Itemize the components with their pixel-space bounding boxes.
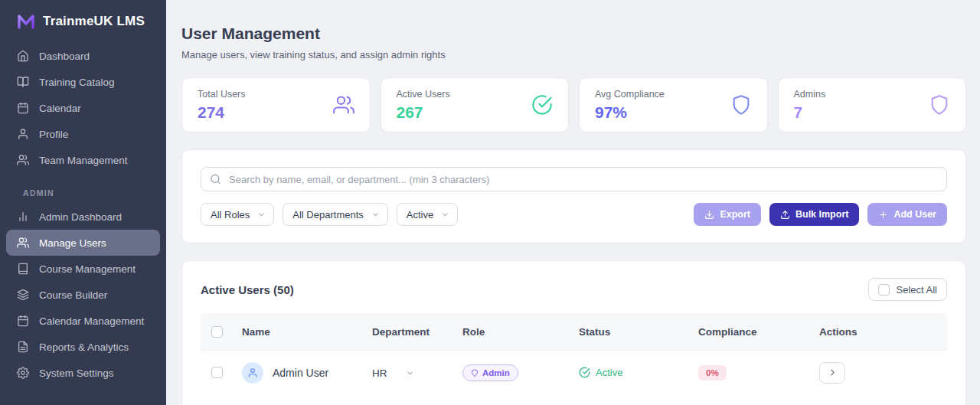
departments-filter[interactable]: All Departments	[283, 203, 387, 226]
roles-filter[interactable]: All Roles	[201, 203, 274, 226]
users-icon	[333, 94, 354, 116]
add-user-button-label: Add User	[893, 209, 936, 220]
sidebar: TrainmeUK LMS Dashboard Training Catalog…	[0, 0, 166, 405]
search-input[interactable]	[201, 167, 947, 191]
sidebar-item-course-builder[interactable]: Course Builder	[6, 282, 160, 308]
table-column-headers: Name Department Role Status Compliance A…	[201, 313, 947, 350]
sidebar-item-label: Reports & Analytics	[39, 341, 129, 353]
column-header-actions: Actions	[819, 326, 947, 338]
bulk-import-button[interactable]: Bulk Import	[769, 203, 859, 226]
sidebar-nav: Dashboard Training Catalog Calendar Prof…	[0, 40, 166, 386]
home-icon	[17, 50, 29, 62]
chevron-down-icon	[257, 211, 266, 219]
sidebar-item-reports-analytics[interactable]: Reports & Analytics	[6, 334, 160, 360]
users-icon	[17, 154, 29, 166]
stat-value: 267	[397, 103, 450, 122]
plus-icon	[878, 210, 888, 220]
stat-value: 7	[794, 103, 826, 122]
export-button[interactable]: Export	[694, 203, 761, 226]
stat-card-avg-compliance: Avg Compliance 97%	[579, 77, 768, 132]
table-header-bar: Active Users (50) Select All	[201, 278, 947, 301]
calendar-icon	[17, 102, 29, 114]
status-filter[interactable]: Active	[397, 203, 458, 226]
select-all-label: Select All	[897, 284, 937, 296]
sidebar-item-calendar-management[interactable]: Calendar Management	[6, 308, 160, 334]
shield-icon	[929, 94, 950, 116]
sidebar-item-calendar[interactable]: Calendar	[6, 95, 160, 121]
stat-label: Avg Compliance	[595, 89, 665, 100]
sidebar-item-training-catalog[interactable]: Training Catalog	[6, 69, 160, 95]
main-content: User Management Manage users, view train…	[166, 0, 980, 405]
sidebar-item-label: Admin Dashboard	[39, 211, 122, 223]
sidebar-item-manage-users[interactable]: Manage Users	[6, 230, 160, 256]
user-name-cell: Admin User	[242, 362, 372, 384]
add-user-button[interactable]: Add User	[867, 203, 947, 226]
column-header-role: Role	[462, 326, 579, 338]
stat-label: Total Users	[198, 89, 246, 100]
status-filter-value: Active	[407, 209, 433, 220]
stat-value: 274	[198, 103, 246, 122]
row-actions-button[interactable]	[819, 362, 845, 384]
bar-chart-icon	[17, 211, 29, 223]
filter-row: All Roles All Departments Active Export …	[201, 203, 947, 226]
table-row: Admin User HR Admin Active 0%	[201, 350, 947, 394]
row-checkbox[interactable]	[211, 367, 223, 378]
check-circle-icon	[579, 367, 590, 378]
role-badge: Admin	[462, 364, 518, 381]
page-title: User Management	[181, 24, 966, 43]
sidebar-item-course-management[interactable]: Course Management	[6, 256, 160, 282]
stat-card-admins: Admins 7	[778, 77, 967, 132]
export-button-label: Export	[720, 209, 750, 220]
sidebar-item-label: Calendar Management	[39, 315, 144, 327]
department-value: HR	[372, 367, 387, 379]
status-cell: Active	[579, 367, 698, 378]
avatar	[242, 362, 263, 384]
gear-icon	[17, 367, 29, 379]
bulk-import-button-label: Bulk Import	[795, 209, 848, 220]
page-subtitle: Manage users, view training status, and …	[181, 49, 966, 60]
shield-icon	[471, 369, 479, 377]
column-header-name: Name	[242, 326, 372, 338]
stat-label: Active Users	[397, 89, 450, 100]
check-circle-icon	[531, 94, 553, 116]
admin-section-label: ADMIN	[6, 173, 160, 204]
chevron-right-icon	[828, 367, 838, 377]
chevron-down-icon	[371, 211, 380, 219]
book-open-icon	[17, 76, 29, 88]
chevron-down-icon	[406, 369, 414, 377]
file-text-icon	[17, 341, 29, 353]
logo-text: TrainmeUK LMS	[43, 14, 145, 29]
search-icon	[210, 174, 221, 185]
stat-card-active-users: Active Users 267	[381, 77, 570, 132]
department-select[interactable]: HR	[372, 367, 414, 379]
status-label: Active	[596, 367, 622, 378]
search-bar	[201, 167, 947, 191]
stats-row: Total Users 274 Active Users 267 Avg Com…	[181, 77, 966, 132]
table-title: Active Users (50)	[201, 283, 294, 296]
sidebar-item-team-management[interactable]: Team Management	[6, 147, 160, 173]
users-table-panel: Active Users (50) Select All Name Depart…	[181, 260, 966, 405]
roles-filter-value: All Roles	[211, 209, 250, 220]
select-all-button[interactable]: Select All	[868, 278, 947, 301]
column-header-compliance: Compliance	[698, 326, 819, 338]
sidebar-item-label: Profile	[39, 129, 68, 140]
download-icon	[704, 210, 714, 220]
stat-label: Admins	[794, 89, 826, 100]
sidebar-item-profile[interactable]: Profile	[6, 121, 160, 147]
header-checkbox[interactable]	[211, 326, 223, 338]
shield-icon	[730, 94, 752, 116]
sidebar-item-label: Course Management	[39, 263, 136, 275]
column-header-status: Status	[579, 326, 698, 338]
chevron-down-icon	[441, 211, 449, 219]
logo-icon	[17, 12, 35, 31]
select-all-checkbox[interactable]	[878, 284, 890, 296]
sidebar-item-label: Course Builder	[39, 289, 107, 301]
sidebar-item-admin-dashboard[interactable]: Admin Dashboard	[6, 204, 160, 230]
layers-icon	[17, 289, 29, 301]
sidebar-item-label: Team Management	[39, 155, 128, 166]
logo: TrainmeUK LMS	[0, 0, 166, 40]
stat-card-total-users: Total Users 274	[181, 77, 371, 132]
sidebar-item-system-settings[interactable]: System Settings	[6, 360, 160, 386]
book-icon	[17, 263, 29, 275]
sidebar-item-dashboard[interactable]: Dashboard	[6, 43, 160, 69]
